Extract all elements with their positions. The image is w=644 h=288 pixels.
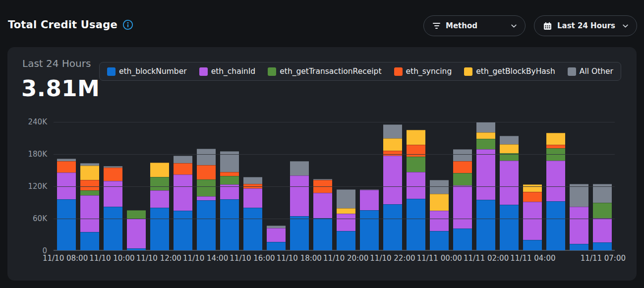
calendar-icon [543,22,552,30]
segment-eth_getTransactionReceipt [150,177,169,190]
x-tick-label: 11/10 20:00 [323,254,368,263]
segment-eth_getTransactionReceipt [476,139,495,149]
legend-item-eth_blockNumber[interactable]: eth_blockNumber [107,67,187,76]
credit-usage-chart: 060K120K180K240K 11/10 08:0011/10 10:001… [22,122,615,267]
segment-eth_blockNumber [127,248,146,250]
segment-eth_blockNumber [57,199,76,250]
segment-eth_chainId [430,211,449,231]
y-tick-label: 240K [28,117,47,126]
segment-eth_blockNumber [104,207,122,250]
segment-All Other [243,177,262,184]
segment-eth_syncing [174,163,192,174]
stacked-bar [546,133,565,250]
legend-swatch [199,67,208,76]
legend-label: eth_chainId [211,67,256,76]
x-tick-label: 11/11 02:00 [464,254,509,263]
segment-eth_syncing [220,172,239,176]
x-tick-label: 11/10 18:00 [277,254,322,263]
segment-eth_blockNumber [174,211,192,250]
legend-swatch [268,67,276,76]
segment-eth_blockNumber [546,201,565,250]
segment-eth_chainId [593,218,612,242]
segment-eth_blockNumber [500,205,519,250]
credit-usage-dashboard: Total Credit Usage Method [0,0,644,288]
segment-eth_chainId [523,202,542,240]
x-tick-label: 11/10 14:00 [183,254,228,263]
segment-eth_syncing [57,161,76,173]
segment-eth_getTransactionReceipt [197,179,216,196]
segment-eth_chainId [337,214,355,231]
legend-item-eth_getTransactionReceipt[interactable]: eth_getTransactionReceipt [268,67,381,76]
x-tick-label: 11/10 10:00 [89,254,134,263]
x-tick-label: 11/11 04:00 [510,254,555,263]
segment-eth_blockNumber [593,242,612,250]
segment-eth_chainId [360,190,379,210]
segment-eth_chainId [453,185,472,229]
method-filter-dropdown[interactable]: Method [423,15,526,36]
segment-eth_blockNumber [267,242,286,250]
stacked-bar [453,149,472,250]
x-tick-label: 11/10 12:00 [136,254,181,263]
segment-eth_getBlockByHash [383,138,402,151]
segment-eth_blockNumber [290,216,309,250]
segment-All Other [337,189,355,208]
legend-item-All Other[interactable]: All Other [568,67,613,76]
segment-eth_blockNumber [337,231,355,250]
stacked-bar [127,210,146,250]
legend-item-eth_chainId[interactable]: eth_chainId [199,67,256,76]
x-tick-label: 11/11 07:00 [581,254,626,263]
stacked-bar [383,124,402,250]
chevron-down-icon [622,23,629,29]
segment-eth_syncing [546,145,565,148]
plot-area [54,122,615,251]
stacked-bar [197,149,216,250]
segment-eth_chainId [57,173,76,199]
segment-eth_blockNumber [313,218,332,250]
legend-item-eth_syncing[interactable]: eth_syncing [394,67,452,76]
segment-eth_blockNumber [243,208,262,250]
segment-eth_blockNumber [430,231,449,250]
legend-label: eth_blockNumber [119,67,187,76]
segment-eth_getBlockByHash [476,132,495,139]
period-label: Last 24 Hours [22,58,91,69]
segment-eth_blockNumber [220,199,239,250]
time-range-dropdown[interactable]: Last 24 Hours [534,15,637,36]
segment-eth_getTransactionReceipt [593,203,612,218]
y-tick-label: 120K [28,182,47,191]
segment-eth_chainId [407,172,425,199]
stacked-bar [150,163,169,250]
segment-eth_syncing [104,168,122,181]
segment-eth_syncing [523,192,542,202]
stacked-bar [174,156,192,250]
legend-item-eth_getBlockByHash[interactable]: eth_getBlockByHash [464,67,555,76]
segment-eth_syncing [453,161,472,173]
segment-eth_syncing [383,151,402,156]
segment-eth_getBlockByHash [430,194,449,211]
segment-eth_syncing [407,145,425,157]
segment-All Other [453,149,472,161]
stacked-bar [570,184,588,250]
gridline [54,186,615,187]
segment-All Other [197,149,216,165]
info-icon[interactable] [122,19,133,30]
page-title: Total Credit Usage [8,19,117,31]
stacked-bar [267,226,286,250]
segment-eth_getTransactionReceipt [220,176,239,184]
segment-eth_blockNumber [476,200,495,250]
stacked-bar [337,189,355,250]
legend-swatch [107,67,116,76]
segment-eth_blockNumber [80,232,99,250]
segment-All Other [476,122,495,132]
segment-eth_chainId [476,149,495,200]
legend-swatch [568,67,576,76]
segment-eth_syncing [197,165,216,179]
x-axis-labels: 11/10 08:0011/10 10:0011/10 12:0011/10 1… [54,254,615,266]
segment-eth_chainId [570,207,588,244]
x-tick-label: 11/11 00:00 [417,254,462,263]
stacked-bar [593,184,612,250]
x-tick-label: 11/10 22:00 [370,254,415,263]
segment-eth_chainId [313,193,332,218]
segment-eth_chainId [80,195,99,232]
method-filter-label: Method [446,21,477,30]
title-row: Total Credit Usage [8,19,133,31]
